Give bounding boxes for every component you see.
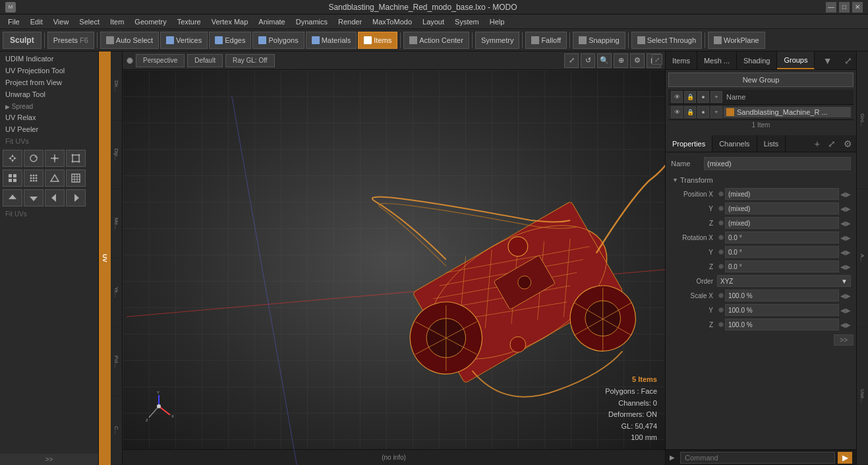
side-label-dip[interactable]: Dip... bbox=[111, 121, 122, 190]
tab-shading[interactable]: Shading bbox=[737, 51, 777, 69]
rotation-x-value[interactable]: 0.0 ° bbox=[725, 232, 839, 243]
position-y-arrow[interactable]: ◀▶ bbox=[840, 205, 851, 212]
order-dropdown[interactable]: XYZ ▼ bbox=[717, 275, 851, 287]
name-field-input[interactable] bbox=[704, 157, 851, 170]
viewport-expand-button[interactable]: ⤢ bbox=[652, 54, 662, 65]
side-label-ye[interactable]: Ye... bbox=[111, 259, 122, 328]
new-group-button[interactable]: New Group bbox=[668, 73, 854, 87]
viewport[interactable]: Y X Z 5 Items Polygons : Face Channels: … bbox=[123, 70, 665, 449]
right-tabs-expand[interactable]: ▼ bbox=[819, 51, 836, 69]
vp-tool-layout[interactable]: ⤢ bbox=[564, 53, 579, 68]
vp-tool-settings[interactable]: ⚙ bbox=[630, 53, 645, 68]
group-eye-icon[interactable]: 👁 bbox=[671, 91, 683, 103]
position-z-value[interactable]: (mixed) bbox=[725, 217, 839, 229]
menu-maxtomodo[interactable]: MaxToModo bbox=[367, 16, 417, 27]
snapping-button[interactable]: Snapping bbox=[573, 32, 625, 49]
scale-z-arrow[interactable]: ◀▶ bbox=[840, 321, 851, 328]
position-z-dot[interactable] bbox=[718, 220, 724, 226]
left-icon-transform[interactable] bbox=[66, 150, 86, 167]
position-x-arrow[interactable]: ◀▶ bbox=[840, 191, 851, 198]
sub-tab-channels[interactable]: Channels bbox=[712, 135, 757, 152]
command-input[interactable] bbox=[680, 452, 835, 464]
menu-dynamics[interactable]: Dynamics bbox=[291, 16, 333, 27]
vp-tool-reset[interactable]: ↺ bbox=[581, 53, 595, 68]
left-expand-button[interactable]: >> bbox=[0, 454, 98, 465]
group-item-lock-btn[interactable]: 🔒 bbox=[684, 106, 696, 118]
menu-select[interactable]: Select bbox=[74, 16, 105, 27]
sub-tab-add-btn[interactable]: + bbox=[811, 135, 824, 152]
side-label-pol[interactable]: Pol... bbox=[111, 327, 122, 396]
udim-indicator-item[interactable]: UDIM Indicator bbox=[0, 53, 98, 65]
uv-relax-item[interactable]: UV Relax bbox=[0, 111, 98, 123]
uv-peeler-item[interactable]: UV Peeler bbox=[0, 123, 98, 135]
group-lock-icon[interactable]: 🔒 bbox=[684, 91, 696, 103]
side-label-c[interactable]: C... bbox=[111, 396, 122, 466]
position-y-value[interactable]: (mixed) bbox=[725, 202, 839, 214]
uv-strip[interactable]: UV bbox=[99, 51, 111, 465]
items-button[interactable]: Items bbox=[358, 32, 397, 49]
fit-uvs-item[interactable]: Fit UVs bbox=[0, 135, 98, 147]
menu-item[interactable]: Item bbox=[105, 16, 129, 27]
left-icon-up[interactable] bbox=[3, 189, 22, 206]
action-center-button[interactable]: Action Center bbox=[403, 32, 469, 49]
group-list-item[interactable]: Sandblasting_Machine_R ... bbox=[724, 107, 851, 117]
rotation-z-value[interactable]: 0.0 ° bbox=[725, 261, 839, 272]
uv-projection-tool-item[interactable]: UV Projection Tool bbox=[0, 65, 98, 77]
menu-vertex-map[interactable]: Vertex Map bbox=[206, 16, 254, 27]
left-icon-left[interactable] bbox=[45, 189, 65, 206]
sub-tab-settings-btn[interactable]: ⚙ bbox=[840, 135, 856, 152]
menu-texture[interactable]: Texture bbox=[172, 16, 206, 27]
menu-system[interactable]: System bbox=[449, 16, 484, 27]
menu-view[interactable]: View bbox=[48, 16, 74, 27]
left-icon-scale[interactable] bbox=[45, 150, 65, 167]
menu-render[interactable]: Render bbox=[333, 16, 367, 27]
left-icon-mesh[interactable] bbox=[66, 170, 86, 187]
right-strip-use[interactable]: Use... bbox=[857, 327, 868, 465]
side-label-dir[interactable]: Dir... bbox=[111, 51, 122, 121]
left-icon-dots[interactable] bbox=[24, 170, 43, 187]
minimize-button[interactable]: — bbox=[826, 2, 836, 13]
group-item-extra-btn[interactable]: + bbox=[710, 106, 722, 118]
rotation-y-value[interactable]: 0.0 ° bbox=[725, 246, 839, 258]
left-icon-grid[interactable] bbox=[3, 170, 22, 187]
vp-tool-fit[interactable]: ⊕ bbox=[614, 53, 628, 68]
group-item-render-btn[interactable]: ● bbox=[697, 106, 709, 118]
position-x-value[interactable]: (mixed) bbox=[725, 188, 839, 200]
rotation-x-dot[interactable] bbox=[718, 235, 724, 240]
auto-select-button[interactable]: Auto Select bbox=[100, 32, 159, 49]
scale-x-arrow[interactable]: ◀▶ bbox=[840, 292, 851, 299]
sculpt-button[interactable]: Sculpt bbox=[3, 32, 42, 49]
left-icon-rotate[interactable] bbox=[24, 150, 43, 167]
position-z-arrow[interactable]: ◀▶ bbox=[840, 220, 851, 227]
scale-y-value[interactable]: 100.0 % bbox=[725, 304, 839, 316]
materials-button[interactable]: Materials bbox=[306, 32, 357, 49]
right-strip-gro[interactable]: Gro... bbox=[857, 51, 868, 189]
right-strip-a[interactable]: A... bbox=[857, 189, 868, 327]
scale-x-value[interactable]: 100.0 % bbox=[725, 290, 839, 301]
tab-groups[interactable]: Groups bbox=[777, 51, 815, 69]
position-x-dot[interactable] bbox=[718, 191, 724, 197]
scale-y-dot[interactable] bbox=[718, 307, 724, 313]
side-label-me[interactable]: Me... bbox=[111, 189, 122, 259]
left-icon-tri[interactable] bbox=[45, 170, 65, 187]
shading-button[interactable]: Default bbox=[187, 54, 223, 67]
raygl-button[interactable]: Ray GL: Off bbox=[225, 54, 275, 67]
vertices-button[interactable]: Vertices bbox=[160, 32, 208, 49]
right-tabs-fullscreen[interactable]: ⤢ bbox=[840, 51, 856, 69]
unwrap-tool-item[interactable]: Unwrap Tool bbox=[0, 88, 98, 100]
falloff-button[interactable]: Falloff bbox=[525, 32, 567, 49]
transform-section-header[interactable]: ▼ Transform bbox=[668, 173, 854, 187]
menu-animate[interactable]: Animate bbox=[253, 16, 290, 27]
left-icon-right[interactable] bbox=[66, 189, 86, 206]
sub-tab-expand-btn[interactable]: ⤢ bbox=[824, 135, 840, 152]
menu-help[interactable]: Help bbox=[484, 16, 510, 27]
tab-mesh[interactable]: Mesh ... bbox=[697, 51, 737, 69]
workplane-button[interactable]: WorkPlane bbox=[708, 32, 765, 49]
scale-z-value[interactable]: 100.0 % bbox=[725, 319, 839, 330]
command-execute-button[interactable]: ▶ bbox=[838, 452, 852, 464]
select-through-button[interactable]: Select Through bbox=[631, 32, 702, 49]
sub-tab-lists[interactable]: Lists bbox=[757, 135, 786, 152]
presets-button[interactable]: Presets F6 bbox=[47, 32, 94, 49]
rotation-y-arrow[interactable]: ◀▶ bbox=[840, 249, 851, 256]
sub-tab-properties[interactable]: Properties bbox=[666, 135, 712, 152]
